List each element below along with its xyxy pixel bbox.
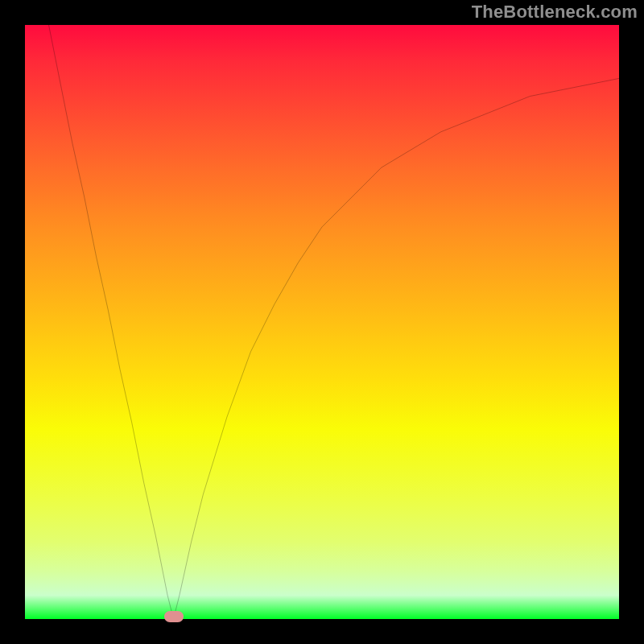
optimal-point-marker xyxy=(164,611,184,622)
watermark-text: TheBottleneck.com xyxy=(472,2,638,23)
bottleneck-curve xyxy=(25,25,619,619)
